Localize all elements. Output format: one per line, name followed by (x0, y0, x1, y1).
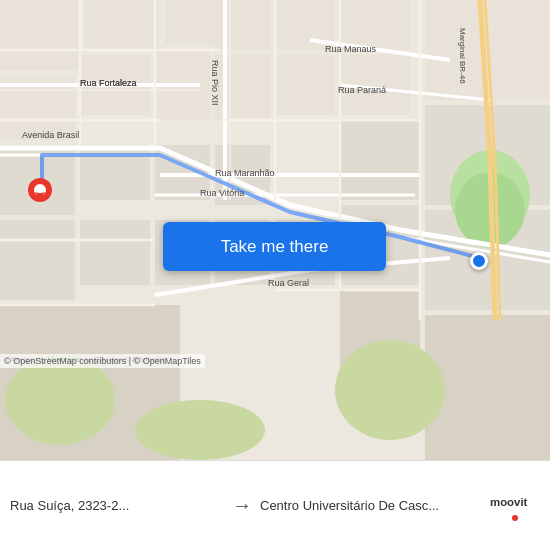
street-label-manaus: Rua Manaus (325, 44, 376, 54)
svg-rect-19 (80, 220, 150, 285)
moovit-logo: moovit (490, 491, 540, 521)
street-label-brasil: Avenida Brasil (22, 130, 79, 140)
moovit-dot (512, 515, 518, 521)
svg-rect-12 (340, 0, 410, 50)
map-container: Rua Fortaleza Avenida Brasil Rua Pio XII… (0, 0, 550, 460)
svg-rect-4 (165, 0, 220, 45)
svg-rect-18 (0, 220, 75, 300)
street-label-vitoria: Rua Vitória (200, 188, 244, 198)
dest-label: Centro Universitário De Casc... (260, 498, 474, 513)
origin-marker (28, 178, 52, 210)
street-label-parana: Rua Paraná (338, 85, 386, 95)
svg-point-34 (135, 400, 265, 460)
street-label-geral: Rua Geral (268, 278, 309, 288)
street-label-marginal: Marginal BR-46 (458, 28, 467, 84)
svg-rect-3 (85, 0, 160, 50)
street-label-fortaleza2: Rua Fortaleza (80, 78, 137, 88)
svg-point-33 (5, 355, 115, 445)
arrow-icon: → (232, 494, 252, 517)
svg-text:moovit: moovit (490, 496, 528, 508)
origin-block: Rua Suíça, 2323-2... (10, 498, 224, 513)
bottom-bar: Rua Suíça, 2323-2... → Centro Universitá… (0, 460, 550, 550)
svg-rect-24 (340, 120, 420, 200)
svg-rect-2 (0, 0, 80, 70)
svg-rect-11 (275, 55, 335, 115)
street-label-maranhao: Rua Maranhão (215, 168, 275, 178)
destination-marker (470, 252, 488, 270)
destination-block: Centro Universitário De Casc... (260, 498, 474, 513)
attribution: © OpenStreetMap contributors | © OpenMap… (0, 354, 205, 368)
route-info: Rua Suíça, 2323-2... → Centro Universitá… (10, 494, 474, 517)
take-me-there-button[interactable]: Take me there (163, 222, 386, 271)
svg-point-35 (335, 340, 445, 440)
origin-label: Rua Suíça, 2323-2... (10, 498, 224, 513)
street-label-pio: Rua Pio XII (210, 60, 220, 106)
